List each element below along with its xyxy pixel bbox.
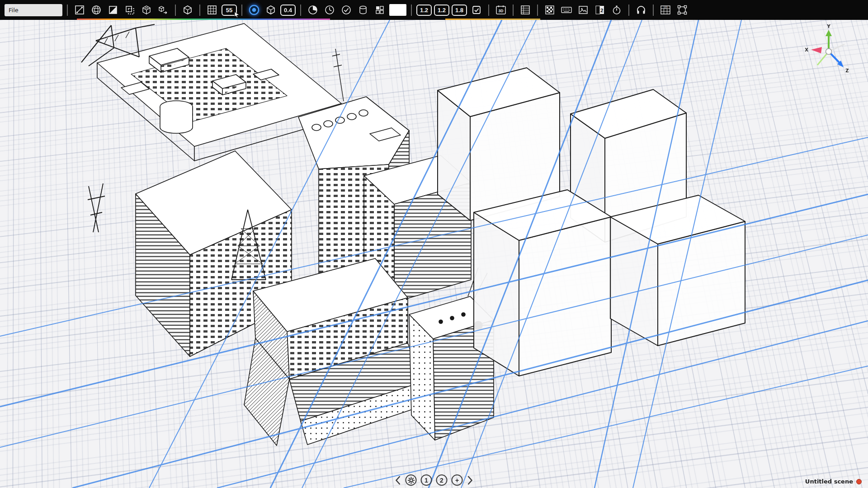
grid-density-button[interactable]: 55	[222, 5, 237, 16]
page-navigator: 1 2 +	[395, 474, 473, 486]
z-axis-label: Z	[845, 68, 849, 73]
frame-badge-text: 2	[600, 8, 603, 13]
gear-icon	[407, 477, 415, 484]
chevron-right-icon	[467, 475, 473, 485]
clock-button[interactable]	[322, 3, 337, 17]
halftone-pattern-button[interactable]	[542, 3, 557, 17]
check-circle-icon	[341, 5, 352, 15]
file-menu-button[interactable]: File	[5, 4, 62, 16]
toolbar-separator	[300, 5, 301, 16]
ruled-sheet-button[interactable]	[518, 3, 533, 17]
toolbar: File	[0, 0, 868, 20]
frame-counter-button[interactable]: 2	[593, 3, 607, 17]
wireframe-box-3[interactable]	[474, 190, 611, 376]
toggle-checkbox-button[interactable]	[469, 3, 484, 17]
cube-arrow-icon	[158, 5, 169, 15]
audio-button[interactable]	[634, 3, 648, 17]
cube-grid-button[interactable]	[139, 3, 154, 17]
toolbar-orange-strip	[445, 19, 540, 20]
add-page-button[interactable]: +	[452, 474, 463, 486]
scene-settings-button[interactable]	[406, 474, 417, 486]
three-d-badge-text: 3D	[499, 9, 504, 13]
line-tool-icon	[74, 5, 85, 15]
perspective-cube-button[interactable]	[180, 3, 195, 17]
crop-frame-icon	[676, 4, 688, 16]
stopwatch-icon	[611, 5, 622, 15]
scene-drawing	[0, 20, 868, 488]
cube-grid-icon	[141, 5, 152, 15]
toolbar-separator	[488, 5, 489, 16]
pie-icon	[307, 5, 318, 15]
page-2-button[interactable]: 2	[436, 474, 448, 486]
axis-gizmo[interactable]: Y X Z	[799, 24, 858, 83]
drawing-canvas[interactable]: Y X Z	[0, 20, 868, 488]
overlap-squares-icon	[124, 5, 135, 15]
toolbar-separator	[411, 5, 412, 16]
cursor-icon	[234, 11, 240, 18]
dots-pattern-icon	[544, 5, 555, 15]
cube-icon	[182, 5, 193, 15]
checkbox-checked-icon	[471, 5, 482, 15]
toolbar-separator	[175, 5, 176, 16]
ratio-button-3[interactable]: 1.8	[452, 5, 467, 16]
ratio-button-2[interactable]: 1.2	[434, 5, 449, 16]
half-fill-square-icon	[108, 5, 118, 15]
ratio-value-2: 1.2	[438, 7, 446, 14]
opacity-value: 0.4	[284, 7, 292, 14]
stopwatch-button[interactable]	[609, 3, 624, 17]
keyboard-icon	[561, 5, 572, 15]
check-circle-button[interactable]	[339, 3, 354, 17]
cube-icon	[265, 5, 276, 15]
duplicate-squares-button[interactable]	[123, 3, 137, 17]
four-squares-icon	[374, 5, 385, 15]
paper-color-swatch[interactable]	[389, 4, 406, 16]
grid-density-value: 55	[226, 7, 232, 14]
y-axis-arrow	[826, 30, 832, 36]
page-2-label: 2	[440, 477, 443, 484]
page-1-label: 1	[425, 477, 428, 484]
building-complex-roof	[81, 23, 341, 161]
half-fill-square-button[interactable]	[106, 3, 120, 17]
toolbar-separator	[628, 5, 629, 16]
page-1-button[interactable]: 1	[421, 474, 432, 486]
line-tool-button[interactable]	[72, 3, 87, 17]
cylinder-button[interactable]	[356, 3, 370, 17]
ratio-value-1: 1.2	[420, 7, 428, 14]
three-d-mode-button[interactable]: 3D	[494, 3, 508, 17]
scene-name-text: Untitled scene	[805, 478, 853, 485]
image-icon	[578, 5, 589, 15]
toolbar-separator	[653, 5, 654, 16]
grid-table-button[interactable]	[205, 3, 219, 17]
solid-cube-button[interactable]	[264, 3, 278, 17]
table-grid-icon	[207, 5, 217, 15]
cube-arrow-button[interactable]	[156, 3, 170, 17]
toolbar-separator	[241, 5, 242, 16]
toolbar-separator	[537, 5, 538, 16]
previous-page-button[interactable]	[395, 475, 401, 485]
chevron-left-icon	[395, 475, 401, 485]
toolbar-separator	[199, 5, 200, 16]
app-window: File	[0, 0, 868, 488]
y-axis-label: Y	[826, 24, 830, 29]
active-lens-button[interactable]	[247, 3, 261, 17]
four-squares-button[interactable]	[373, 3, 387, 17]
record-dot[interactable]	[856, 479, 862, 484]
crop-frame-button[interactable]	[675, 3, 689, 17]
numbers-grid-icon: 123	[660, 4, 671, 16]
image-export-button[interactable]	[576, 3, 590, 17]
opacity-value-button[interactable]: 0.4	[280, 5, 296, 16]
blue-radio-icon	[248, 4, 260, 16]
toolbar-separator	[67, 5, 68, 16]
ratio-button-1[interactable]: 1.2	[416, 5, 432, 16]
ruled-grid-icon	[520, 5, 531, 15]
ratio-value-3: 1.8	[455, 7, 463, 14]
pie-tool-button[interactable]	[306, 3, 320, 17]
keyboard-button[interactable]	[559, 3, 574, 17]
numbered-grid-button[interactable]: 123	[658, 3, 673, 17]
x-axis-arrow	[811, 47, 822, 53]
sphere-tool-button[interactable]	[89, 3, 104, 17]
next-page-button[interactable]	[467, 475, 473, 485]
toolbar-separator	[513, 5, 514, 16]
x-axis-label: X	[805, 47, 808, 52]
frame-2-icon: 2	[594, 5, 605, 15]
